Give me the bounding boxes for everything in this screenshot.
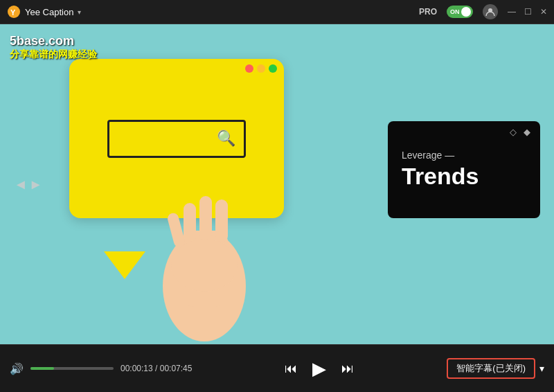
svg-rect-8	[166, 212, 186, 248]
volume-icon[interactable]: 🔊	[10, 362, 24, 375]
title-bar: Y Yee Caption ▾ PRO ON — ☐ ✕	[0, 0, 554, 24]
caption-dropdown-arrow[interactable]: ▾	[539, 363, 544, 374]
video-area: 5base.com 分享靠谱的网赚经验 ◄► 🔍	[0, 24, 554, 344]
dot-red	[245, 64, 253, 73]
controls-bar: 🔊 00:00:13 / 00:07:45 ⏮ ▶ ⏭ 智能字幕(已关闭) ▾	[0, 344, 554, 392]
diamond-outline-icon: ◇	[510, 127, 521, 138]
app-logo-icon: Y	[7, 5, 21, 19]
toggle-switch[interactable]: ON	[447, 6, 473, 18]
search-icon: 🔍	[217, 130, 235, 148]
svg-text:Y: Y	[10, 8, 16, 17]
caption-area: 智能字幕(已关闭) ▾	[447, 358, 544, 379]
card-title: Trends	[402, 163, 479, 189]
dot-green	[269, 64, 277, 73]
svg-rect-5	[184, 203, 196, 244]
play-button[interactable]: ▶	[308, 355, 330, 382]
time-separator: /	[153, 364, 160, 373]
volume-fill	[30, 367, 54, 370]
minimize-button[interactable]: —	[508, 7, 516, 17]
time-total: 00:07:45	[160, 364, 193, 373]
smart-caption-button[interactable]: 智能字幕(已关闭)	[447, 358, 535, 379]
pro-label: PRO	[419, 7, 437, 17]
window-controls: — ☐ ✕	[508, 7, 547, 17]
diamond-filled-icon: ◆	[524, 127, 535, 138]
time-current: 00:00:13	[120, 364, 153, 373]
hand-graphic	[125, 148, 284, 344]
skip-fwd-icon: ►	[29, 177, 43, 193]
svg-rect-6	[199, 196, 212, 241]
card-subtitle: Leverage —	[402, 150, 454, 161]
user-svg	[485, 7, 495, 17]
card-icons: ◇ ◆	[510, 127, 535, 138]
skip-back-button[interactable]: ◄►	[14, 177, 43, 193]
svg-rect-7	[215, 199, 228, 242]
user-avatar-icon[interactable]	[483, 4, 498, 19]
time-display: 00:00:13 / 00:07:45	[120, 364, 192, 373]
dot-yellow	[257, 64, 265, 73]
svg-point-9	[171, 239, 238, 292]
rewind-button[interactable]: ⏮	[280, 359, 301, 379]
caption-label: 智能字幕(已关闭)	[456, 363, 526, 373]
black-overlay-card: ◇ ◆ Leverage — Trends	[388, 121, 540, 218]
skip-back-icon: ◄	[14, 177, 28, 193]
watermark-site: 5base.com	[10, 34, 97, 48]
title-left: Y Yee Caption ▾	[7, 5, 81, 19]
video-content: 5base.com 分享靠谱的网赚经验 ◄► 🔍	[0, 24, 554, 344]
title-dropdown-arrow[interactable]: ▾	[78, 8, 81, 16]
title-right: PRO ON — ☐ ✕	[419, 4, 547, 19]
pro-toggle[interactable]: ON	[447, 6, 473, 18]
watermark: 5base.com 分享靠谱的网赚经验	[10, 34, 97, 61]
app-title: Yee Caption	[25, 7, 73, 17]
volume-slider[interactable]	[30, 367, 114, 370]
fast-forward-button[interactable]: ⏭	[337, 359, 358, 379]
toggle-text: ON	[450, 8, 460, 15]
restore-button[interactable]: ☐	[524, 7, 532, 17]
browser-dots	[245, 64, 277, 73]
watermark-subtitle: 分享靠谱的网赚经验	[10, 48, 97, 61]
close-button[interactable]: ✕	[540, 7, 547, 17]
hand-svg	[125, 148, 284, 341]
